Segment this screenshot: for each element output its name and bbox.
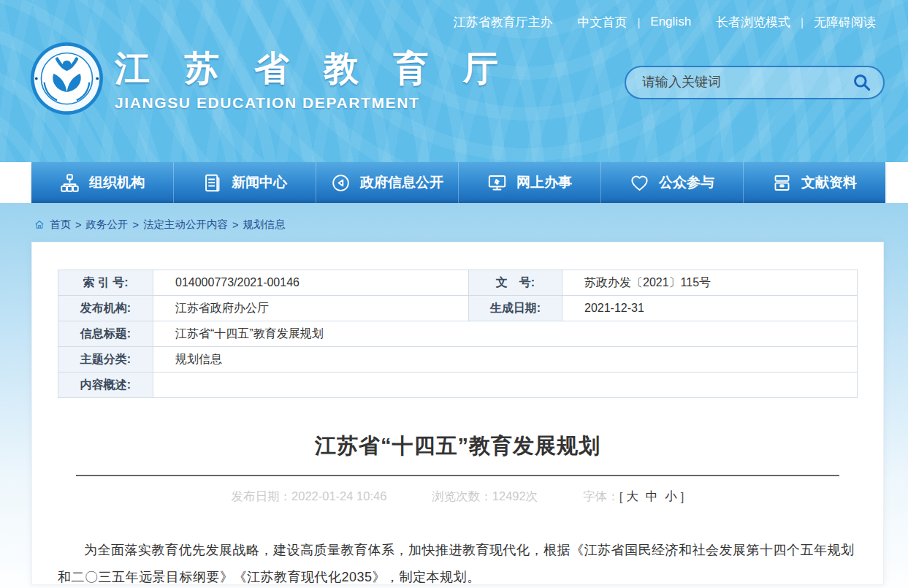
search-box bbox=[625, 66, 885, 99]
date-label: 生成日期: bbox=[469, 296, 562, 321]
breadcrumb-separator: > bbox=[232, 219, 238, 231]
home-icon bbox=[34, 219, 45, 230]
summary-value bbox=[153, 373, 858, 398]
font-close-bracket: ] bbox=[681, 490, 684, 504]
info-title-value: 江苏省“十四五”教育发展规划 bbox=[153, 321, 858, 347]
nav-item-public-participation[interactable]: 公众参与 bbox=[601, 162, 744, 203]
nav-item-documents[interactable]: 文献资料 bbox=[744, 162, 885, 203]
category-label: 主题分类: bbox=[58, 347, 153, 373]
chinese-home-link[interactable]: 中文首页 bbox=[577, 14, 627, 31]
site-title: 江 苏 省 教 育 厅 bbox=[115, 45, 511, 92]
nav-label: 文献资料 bbox=[801, 173, 857, 192]
category-value: 规划信息 bbox=[153, 347, 858, 373]
article-title: 江苏省“十四五”教育发展规划 bbox=[32, 432, 883, 461]
font-open-bracket: [ bbox=[619, 490, 623, 504]
font-size-medium-button[interactable]: 中 bbox=[646, 489, 658, 505]
search-icon bbox=[852, 72, 871, 92]
topbar-divider: | bbox=[637, 16, 640, 28]
article-paragraph: 为全面落实教育优先发展战略，建设高质量教育体系，加快推进教育现代化，根据《江苏省… bbox=[58, 537, 858, 588]
font-size-small-button[interactable]: 小 bbox=[665, 489, 677, 505]
page-header: 江苏省教育厅主办 中文首页 | English 长者浏览模式 | 无障碍阅读 bbox=[0, 0, 908, 162]
views-value: 12492次 bbox=[492, 489, 538, 503]
publisher-value: 江苏省政府办公厅 bbox=[153, 296, 469, 321]
topbar-divider: | bbox=[801, 16, 804, 28]
article-meta-row: 发布日期：2022-01-24 10:46 浏览次数：12492次 字体：[大中… bbox=[32, 489, 883, 505]
breadcrumb-separator: > bbox=[132, 219, 138, 231]
breadcrumb-separator: > bbox=[75, 219, 81, 231]
search-input[interactable] bbox=[642, 75, 852, 90]
nav-item-organization[interactable]: 组织机构 bbox=[31, 162, 174, 203]
online-services-icon bbox=[487, 173, 507, 193]
archive-icon bbox=[772, 173, 792, 193]
site-logo[interactable]: 江 苏 省 教 育 厅 JIANGSU EDUCATION DEPARTMENT bbox=[29, 41, 511, 116]
nav-item-news[interactable]: 新闻中心 bbox=[174, 162, 316, 203]
breadcrumb-home[interactable]: 首页 bbox=[50, 218, 71, 232]
nav-label: 网上办事 bbox=[516, 173, 572, 192]
nav-label: 政府信息公开 bbox=[360, 173, 443, 192]
publish-date-value: 2022-01-24 10:46 bbox=[291, 489, 386, 503]
font-size-large-button[interactable]: 大 bbox=[626, 489, 638, 505]
nav-item-info-disclosure[interactable]: 政府信息公开 bbox=[316, 162, 459, 203]
breadcrumb-planning-info[interactable]: 规划信息 bbox=[243, 218, 285, 232]
breadcrumb-gov-disclosure[interactable]: 政务公开 bbox=[85, 218, 128, 232]
title-divider bbox=[76, 475, 839, 476]
date-value: 2021-12-31 bbox=[562, 296, 858, 321]
doc-number-value: 苏政办发〔2021〕115号 bbox=[562, 270, 858, 296]
article-card: 索 引 号: 014000773/2021-00146 文 号: 苏政办发〔20… bbox=[31, 242, 884, 585]
search-button[interactable] bbox=[852, 72, 871, 92]
summary-label: 内容概述: bbox=[58, 373, 153, 398]
heart-icon bbox=[630, 173, 649, 193]
breadcrumb: 首页 > 政务公开 > 法定主动公开内容 > 规划信息 bbox=[0, 203, 908, 242]
document-meta-table: 索 引 号: 014000773/2021-00146 文 号: 苏政办发〔20… bbox=[58, 270, 858, 398]
nav-label: 公众参与 bbox=[659, 173, 714, 192]
doc-number-label: 文 号: bbox=[469, 270, 562, 296]
info-title-label: 信息标题: bbox=[58, 321, 153, 347]
info-disclosure-icon bbox=[331, 173, 351, 193]
nav-label: 组织机构 bbox=[89, 173, 145, 192]
font-size-label: 字体： bbox=[583, 489, 619, 505]
nav-label: 新闻中心 bbox=[232, 173, 287, 192]
content-background: 首页 > 政务公开 > 法定主动公开内容 > 规划信息 索 引 号: 01400… bbox=[0, 203, 908, 588]
views-label: 浏览次数： bbox=[432, 489, 492, 503]
accessibility-link[interactable]: 无障碍阅读 bbox=[814, 14, 876, 31]
news-icon bbox=[202, 173, 222, 193]
org-chart-icon bbox=[60, 173, 80, 193]
publisher-label: 发布机构: bbox=[58, 296, 153, 321]
english-link[interactable]: English bbox=[650, 15, 691, 29]
main-navigation: 组织机构 新闻中心 政府信息公开 网上办事 公众参与 文献资 bbox=[31, 162, 885, 203]
index-number-label: 索 引 号: bbox=[58, 270, 153, 296]
site-title-english: JIANGSU EDUCATION DEPARTMENT bbox=[115, 94, 511, 112]
publish-date-label: 发布日期： bbox=[232, 489, 292, 503]
nav-item-online-services[interactable]: 网上办事 bbox=[459, 162, 601, 203]
breadcrumb-statutory-content[interactable]: 法定主动公开内容 bbox=[143, 218, 228, 232]
index-number-value: 014000773/2021-00146 bbox=[153, 270, 469, 296]
elder-mode-link[interactable]: 长者浏览模式 bbox=[716, 14, 790, 31]
host-link[interactable]: 江苏省教育厅主办 bbox=[453, 14, 552, 31]
top-utility-bar: 江苏省教育厅主办 中文首页 | English 长者浏览模式 | 无障碍阅读 bbox=[0, 0, 908, 38]
education-department-emblem-icon bbox=[29, 41, 104, 116]
